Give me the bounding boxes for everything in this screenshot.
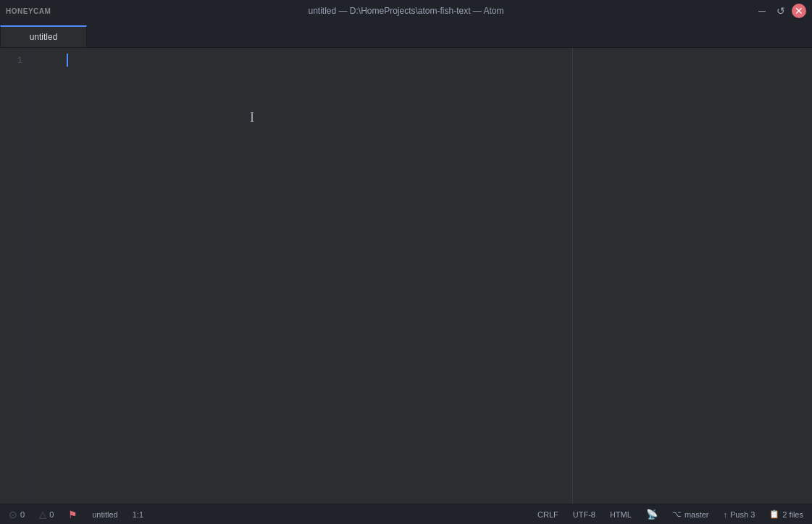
status-bullet-icon[interactable]: ⊙ 0 xyxy=(6,507,28,522)
refresh-button[interactable]: ↺ xyxy=(773,3,789,19)
encoding-label: UTF-8 xyxy=(573,510,595,519)
line-number-1: 1 xyxy=(17,54,22,68)
status-broadcast[interactable]: 📡 xyxy=(643,507,661,521)
editor-content[interactable]: I xyxy=(29,48,812,504)
push-icon: ↑ xyxy=(724,510,728,519)
filename-label: untitled xyxy=(92,510,117,519)
status-push[interactable]: ↑ Push 3 xyxy=(721,509,758,520)
circle-icon: ⊙ xyxy=(9,509,17,520)
status-filename[interactable]: untitled xyxy=(89,509,120,520)
title-bar-controls: ─ ↺ ✕ xyxy=(754,3,806,19)
tab-label: untitled xyxy=(30,32,58,42)
status-right: CRLF UTF-8 HTML 📡 ⌥ master ↑ Push 3 📋 2 … xyxy=(535,507,806,521)
git-branch-icon: ⌥ xyxy=(672,510,682,519)
minimize-button[interactable]: ─ xyxy=(754,3,770,19)
status-line-ending[interactable]: CRLF xyxy=(535,509,561,520)
status-cursor-position[interactable]: 1:1 xyxy=(130,509,146,520)
title-bar: HONEYCAM untitled — D:\HomeProjects\atom… xyxy=(0,0,812,22)
triangle-icon: △ xyxy=(39,509,46,520)
status-encoding[interactable]: UTF-8 xyxy=(570,509,598,520)
editor-container: 1 I xyxy=(0,48,812,504)
files-label: 2 files xyxy=(782,510,803,519)
error-count: 0 xyxy=(20,510,25,519)
broadcast-icon: 📡 xyxy=(646,509,658,520)
editor-vertical-divider xyxy=(572,48,573,504)
status-warning-icon[interactable]: △ 0 xyxy=(36,507,56,521)
branch-name: master xyxy=(685,510,709,519)
status-bar: ⊙ 0 △ 0 ⚑ untitled 1:1 CRLF UTF-8 HTML 📡 xyxy=(0,504,812,524)
line-numbers: 1 xyxy=(0,48,29,504)
push-label: Push 3 xyxy=(730,510,755,519)
line-ending-label: CRLF xyxy=(537,510,558,519)
status-error-flag[interactable]: ⚑ xyxy=(65,507,80,522)
language-label: HTML xyxy=(610,510,632,519)
text-cursor-blink xyxy=(67,54,68,67)
tab-bar: untitled xyxy=(0,22,812,48)
cursor-shape: I xyxy=(250,110,254,125)
tab-untitled[interactable]: untitled xyxy=(0,25,87,47)
flag-icon: ⚑ xyxy=(68,509,78,520)
status-left: ⊙ 0 △ 0 ⚑ untitled 1:1 xyxy=(6,507,146,522)
close-button[interactable]: ✕ xyxy=(792,4,806,18)
warning-count: 0 xyxy=(49,510,54,519)
status-language[interactable]: HTML xyxy=(607,509,635,520)
status-files[interactable]: 📋 2 files xyxy=(766,508,806,520)
window-title: untitled — D:\HomeProjects\atom-fish-tex… xyxy=(308,6,503,16)
status-branch[interactable]: ⌥ master xyxy=(669,508,712,520)
cursor-position-label: 1:1 xyxy=(133,510,143,519)
app-logo: HONEYCAM xyxy=(6,7,51,15)
files-icon: 📋 xyxy=(769,510,779,519)
title-bar-left: HONEYCAM xyxy=(6,7,51,15)
